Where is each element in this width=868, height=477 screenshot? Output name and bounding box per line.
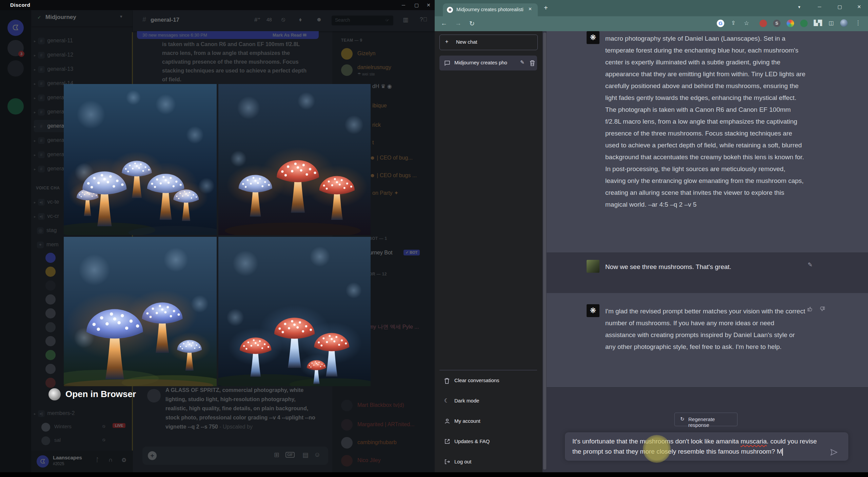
trash-icon[interactable] xyxy=(530,60,535,66)
avatar xyxy=(48,388,61,400)
refresh-icon: ↻ xyxy=(680,416,685,422)
bookmark-star-icon[interactable]: ☆ xyxy=(744,20,749,27)
assistant-message-text: I'm glad the revised prompt better match… xyxy=(605,305,806,353)
google-profile-icon[interactable]: G xyxy=(717,20,724,27)
extension-icon-s[interactable]: S xyxy=(773,20,781,27)
share-icon[interactable]: ⇪ xyxy=(731,20,735,26)
trash-icon xyxy=(444,378,450,384)
back-button[interactable]: ← xyxy=(441,20,447,27)
chat-bubble-icon xyxy=(444,60,450,66)
desktop-strip xyxy=(0,472,868,477)
discord-minimize-button[interactable]: ─ xyxy=(402,2,405,8)
logout-icon xyxy=(444,459,450,465)
browser-tab[interactable]: ❋ Midjourney creates photorealisti ✕ xyxy=(443,3,538,16)
thumbs-up-icon[interactable] xyxy=(807,306,813,312)
prompt-input-text: It's unfortunate that the mushrooms don'… xyxy=(572,436,823,457)
sidebar-item-clear-conversations[interactable]: Clear conversations xyxy=(439,373,537,388)
chatgpt-page: + New chat Midjourney creates pho ✎ Clea… xyxy=(435,31,868,472)
discord-window-title: Discord xyxy=(10,2,30,8)
chrome-window: ❋ Midjourney creates photorealisti ✕ + ▾… xyxy=(435,0,868,472)
extension-icon-green[interactable] xyxy=(800,20,808,27)
sidebar-item-log-out[interactable]: Log out xyxy=(439,455,537,470)
click-highlight xyxy=(643,435,671,463)
extension-icon-colorwheel[interactable] xyxy=(787,20,794,27)
regenerate-response-button[interactable]: ↻ Regenerate response xyxy=(674,413,737,426)
user-avatar xyxy=(587,260,599,273)
edit-pencil-icon[interactable]: ✎ xyxy=(808,261,812,268)
assistant-message-row: ❋ I'm glad the revised prompt better mat… xyxy=(547,293,868,388)
generated-image-bottom-left[interactable] xyxy=(64,237,217,386)
tab-strip: ❋ Midjourney creates photorealisti ✕ + ▾… xyxy=(435,0,868,16)
tab-title: Midjourney creates photorealisti xyxy=(456,7,524,12)
generated-image-top-left[interactable] xyxy=(64,84,217,235)
chatgpt-sidebar: + New chat Midjourney creates pho ✎ Clea… xyxy=(435,31,542,472)
browser-toolbar: ← → ↻ ⚿ chat.openai.com/chat?model=gpt-4… xyxy=(435,16,868,31)
openai-avatar: ❋ xyxy=(587,304,599,317)
generated-image-bottom-right[interactable] xyxy=(218,237,371,386)
send-icon[interactable] xyxy=(830,449,837,456)
thumbs-down-icon[interactable] xyxy=(819,306,825,312)
prompt-input[interactable]: It's unfortunate that the mushrooms don'… xyxy=(565,432,848,461)
tab-close-icon[interactable]: ✕ xyxy=(528,6,532,12)
user-message-text: Now we see three mushrooms. That's great… xyxy=(605,261,806,273)
discord-maximize-button[interactable]: ▢ xyxy=(414,2,419,8)
sidebar-item-updates-faq[interactable]: Updates & FAQ xyxy=(439,434,537,449)
extensions-puzzle-icon[interactable]: ▙▜ xyxy=(814,20,822,26)
profile-avatar[interactable] xyxy=(840,19,848,27)
sidebar-item-my-account[interactable]: My account xyxy=(439,414,537,429)
tab-favicon-openai: ❋ xyxy=(447,7,453,13)
user-message-row: Now we see three mushrooms. That's great… xyxy=(547,252,868,293)
window-minimize-button[interactable]: ─ xyxy=(818,4,821,9)
text-caret xyxy=(782,448,783,456)
generated-image-top-right[interactable] xyxy=(218,84,371,235)
discord-titlebar: Discord ─ ▢ ✕ xyxy=(0,0,435,10)
open-in-browser-link[interactable]: Open in Browser xyxy=(65,389,136,399)
new-chat-button[interactable]: + New chat xyxy=(439,35,538,50)
plus-icon: + xyxy=(445,39,448,45)
openai-avatar: ❋ xyxy=(587,31,599,44)
window-maximize-button[interactable]: ▢ xyxy=(837,4,842,9)
assistant-message-text: macro photography style of Daniel Laan (… xyxy=(605,33,806,210)
assistant-message-row: ❋ macro photography style of Daniel Laan… xyxy=(547,31,868,253)
extension-icon[interactable] xyxy=(760,20,767,27)
window-chevron-icon[interactable]: ▾ xyxy=(798,4,801,9)
person-icon xyxy=(444,418,450,424)
divider xyxy=(439,370,537,370)
misspelled-word: muscaria xyxy=(741,438,767,445)
side-panel-icon[interactable]: ◫ xyxy=(829,20,834,26)
image-preview-modal: Open in Browser xyxy=(64,84,371,402)
reload-button[interactable]: ↻ xyxy=(469,20,475,27)
window-close-button[interactable]: ✕ xyxy=(857,4,861,9)
edit-pencil-icon[interactable]: ✎ xyxy=(520,59,525,65)
discord-close-button[interactable]: ✕ xyxy=(427,2,431,8)
forward-button[interactable]: → xyxy=(455,20,461,27)
external-link-icon xyxy=(444,438,450,444)
scrollbar[interactable] xyxy=(543,33,546,470)
moon-icon: ☾ xyxy=(444,397,449,404)
sidebar-item-dark-mode[interactable]: ☾ Dark mode xyxy=(439,394,537,409)
new-tab-button[interactable]: + xyxy=(544,4,548,12)
conversation-item[interactable]: Midjourney creates pho ✎ xyxy=(439,56,537,70)
kebab-menu-icon[interactable]: ⋮ xyxy=(855,19,861,26)
discord-window: Discord ─ ▢ ✕ ᗧ 3 ✓ Midjourney ▾ ▸#gener… xyxy=(0,0,435,472)
